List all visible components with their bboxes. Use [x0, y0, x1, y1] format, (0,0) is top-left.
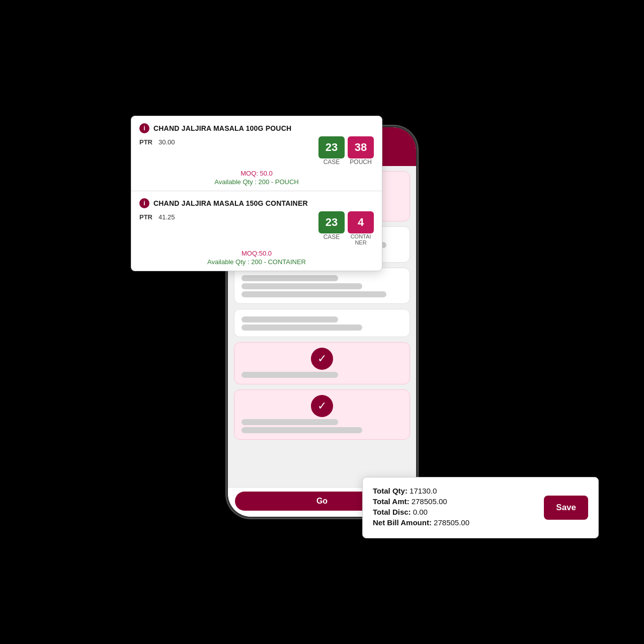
- popup-item-1-ptr-label: PTR: [139, 138, 152, 146]
- summary-total-qty-value: 17130.0: [410, 487, 437, 495]
- popup-item-2-moq: MOQ:50.0: [139, 250, 374, 257]
- summary-net-bill-label: Net Bill Amount:: [373, 518, 432, 527]
- popup-item-1-qty-boxes-row: 23 38: [318, 136, 374, 158]
- placeholder-3-1: [242, 275, 338, 281]
- placeholder-6-1: [242, 419, 338, 425]
- order-item-card-6[interactable]: ✓: [234, 389, 410, 440]
- check-circle-5: ✓: [311, 348, 333, 370]
- popup-item-2-qty-labels-row: CASE CONTAINER: [318, 233, 374, 246]
- popup-item-1-qty-boxes: 23 38 CASE POUCH: [318, 136, 374, 166]
- popup-item-1-available: Available Qty : 200 - POUCH: [139, 178, 374, 186]
- popup-item-1-pouch-label: POUCH: [348, 158, 374, 166]
- save-button[interactable]: Save: [544, 496, 588, 520]
- summary-popup: Total Qty: 17130.0 Total Amt: 278505.00 …: [362, 477, 599, 538]
- check-circle-6: ✓: [311, 395, 333, 417]
- popup-item-1-moq: MOQ: 50.0: [139, 170, 374, 177]
- popup-item-1-pouch-qty-box: 38: [348, 136, 374, 158]
- placeholder-5-1: [242, 372, 338, 378]
- popup-item-1-title-row: i CHAND JALJIRA MASALA 100G POUCH: [139, 123, 374, 133]
- popup-item-1: i CHAND JALJIRA MASALA 100G POUCH PTR 30…: [131, 116, 382, 191]
- popup-item-2-name: CHAND JALJIRA MASALA 150G CONTAINER: [153, 199, 308, 207]
- order-item-card-5[interactable]: ✓: [234, 342, 410, 384]
- popup-item-1-qty-labels-row: CASE POUCH: [318, 158, 374, 166]
- popup-item-2-ptr-label: PTR: [139, 213, 152, 221]
- summary-total-disc: Total Disc: 0.00: [373, 508, 534, 516]
- popup-item-2-ptr-value: 41.25: [158, 213, 175, 221]
- summary-total-amt: Total Amt: 278505.00: [373, 497, 534, 506]
- order-item-card-3[interactable]: [234, 268, 410, 304]
- placeholder-6-2: [242, 427, 362, 433]
- popup-item-2-available: Available Qty : 200 - CONTAINER: [139, 258, 374, 266]
- summary-total-qty: Total Qty: 17130.0: [373, 487, 534, 495]
- info-icon-2: i: [139, 198, 149, 208]
- popup-item-2-body: PTR 41.25 23 4 CASE CONTAINER: [139, 211, 374, 246]
- product-popup: i CHAND JALJIRA MASALA 100G POUCH PTR 30…: [131, 116, 382, 271]
- popup-item-2-case-qty-box: 23: [318, 211, 345, 233]
- popup-item-1-name: CHAND JALJIRA MASALA 100G POUCH: [153, 124, 291, 132]
- order-item-card-4[interactable]: [234, 309, 410, 337]
- summary-total-disc-value: 0.00: [413, 508, 428, 516]
- popup-item-2-qty-boxes-row: 23 4: [318, 211, 374, 233]
- check-icon-6: ✓: [317, 399, 327, 413]
- summary-total-disc-label: Total Disc:: [373, 508, 411, 516]
- summary-net-bill-value: 278505.00: [434, 518, 469, 527]
- placeholder-4-2: [242, 325, 362, 331]
- info-icon-1: i: [139, 123, 149, 133]
- popup-item-1-case-label: CASE: [318, 158, 345, 166]
- popup-item-2-container-qty-box: 4: [348, 211, 374, 233]
- placeholder-4-1: [242, 316, 338, 323]
- popup-item-2-title-row: i CHAND JALJIRA MASALA 150G CONTAINER: [139, 198, 374, 208]
- summary-total-amt-value: 278505.00: [412, 497, 447, 506]
- popup-item-1-body: PTR 30.00 23 38 CASE POUCH: [139, 136, 374, 166]
- popup-item-2-case-label: CASE: [318, 233, 345, 246]
- popup-item-2: i CHAND JALJIRA MASALA 150G CONTAINER PT…: [131, 191, 382, 271]
- placeholder-3-2: [242, 283, 362, 289]
- popup-item-2-ptr-row: PTR 41.25: [139, 213, 175, 221]
- popup-item-1-ptr-row: PTR 30.00: [139, 138, 175, 146]
- placeholder-3-3: [242, 291, 386, 297]
- popup-item-1-case-qty-box: 23: [318, 136, 345, 158]
- popup-item-2-container-label: CONTAINER: [348, 233, 374, 246]
- check-icon-5: ✓: [317, 352, 327, 365]
- summary-total-amt-label: Total Amt:: [373, 497, 410, 506]
- popup-item-2-qty-boxes: 23 4 CASE CONTAINER: [318, 211, 374, 246]
- summary-net-bill: Net Bill Amount: 278505.00: [373, 518, 534, 527]
- popup-item-1-ptr-value: 30.00: [158, 138, 175, 146]
- summary-info: Total Qty: 17130.0 Total Amt: 278505.00 …: [373, 487, 534, 529]
- summary-total-qty-label: Total Qty:: [373, 487, 408, 495]
